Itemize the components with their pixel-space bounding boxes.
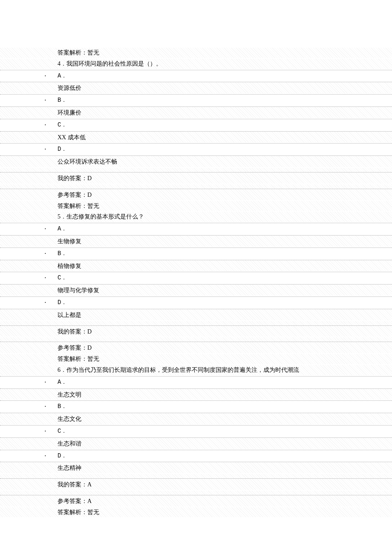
q6-my-answer: 我的答案：A bbox=[0, 480, 392, 490]
q4-option-d-letter-row: D． bbox=[0, 144, 392, 155]
q5-my-answer-block: 我的答案：D bbox=[0, 325, 392, 337]
q4-stem: 4．我国环境问题的社会性原因是（）。 bbox=[0, 59, 392, 69]
option-letter: D． bbox=[43, 298, 67, 308]
option-letter: B． bbox=[43, 402, 67, 412]
q5-option-b-text: 植物修复 bbox=[0, 261, 392, 271]
q5-option-c-text: 物理与化学修复 bbox=[0, 285, 392, 296]
q3-analysis: 答案解析：暂无 bbox=[0, 48, 392, 58]
q5-ref-answer: 参考答案：D bbox=[0, 343, 392, 353]
option-letter: A． bbox=[43, 377, 67, 388]
option-letter: D． bbox=[43, 144, 67, 155]
q4-option-c-text: XX 成本低 bbox=[0, 132, 392, 143]
option-letter: C． bbox=[43, 120, 67, 130]
q5-option-b-text-block: 植物修复 bbox=[0, 260, 392, 271]
q6-option-d-text-block: 生态精神 bbox=[0, 462, 392, 473]
q4-my-answer: 我的答案：D bbox=[0, 173, 392, 184]
q5-analysis-block: 答案解析：暂无 bbox=[0, 354, 392, 364]
q5-option-a-text: 生物修复 bbox=[0, 236, 392, 247]
q6-option-a-text-block: 生态文明 bbox=[0, 388, 392, 400]
q5-option-c-letter-row: C． bbox=[0, 273, 392, 283]
q4-analysis: 答案解析：暂无 bbox=[0, 201, 392, 211]
option-letter: A． bbox=[43, 224, 67, 234]
q6-analysis-block: 答案解析：暂无 bbox=[0, 507, 392, 518]
q5-ref-answer-block: 参考答案：D bbox=[0, 342, 392, 353]
q6-ref-answer-block: 参考答案：A bbox=[0, 495, 392, 506]
q5-option-d-text-block: 以上都是 bbox=[0, 309, 392, 320]
option-letter: D． bbox=[43, 451, 67, 461]
q6-stem: 6．作为当代乃至我们长期追求的目标，受到全世界不同制度国家的普遍关注，成为时代潮… bbox=[0, 365, 392, 375]
q5-option-a-text-block: 生物修复 bbox=[0, 235, 392, 247]
q6-option-c[interactable]: C． bbox=[0, 425, 392, 437]
q5-stem-block: 5．生态修复的基本形式是什么？ bbox=[0, 212, 392, 222]
q6-option-d-text: 生态精神 bbox=[0, 463, 392, 473]
q5-option-d-letter-row: D． bbox=[0, 298, 392, 308]
q4-option-a-text: 资源低价 bbox=[0, 83, 392, 93]
option-letter: C． bbox=[43, 426, 67, 437]
q4-ref-answer: 参考答案：D bbox=[0, 190, 392, 200]
q6-option-c-letter-row: C． bbox=[0, 426, 392, 437]
q4-ref-answer-block: 参考答案：D bbox=[0, 189, 392, 200]
option-letter: B． bbox=[43, 249, 67, 259]
q6-stem-block: 6．作为当代乃至我们长期追求的目标，受到全世界不同制度国家的普遍关注，成为时代潮… bbox=[0, 365, 392, 375]
q4-option-d[interactable]: D． bbox=[0, 143, 392, 155]
q6-option-d[interactable]: D． bbox=[0, 450, 392, 461]
q6-option-a-letter-row: A． bbox=[0, 377, 392, 388]
q4-option-d-text-block: 公众环境诉求表达不畅 bbox=[0, 155, 392, 167]
q6-my-answer-block: 我的答案：A bbox=[0, 478, 392, 490]
q6-option-b-text: 生态文化 bbox=[0, 414, 392, 424]
q5-stem: 5．生态修复的基本形式是什么？ bbox=[0, 212, 392, 222]
option-letter: A． bbox=[43, 71, 67, 81]
q4-option-b-text: 环境廉价 bbox=[0, 108, 392, 118]
q4-option-c-text-block: XX 成本低 bbox=[0, 131, 392, 143]
q6-option-c-text: 生态和谐 bbox=[0, 439, 392, 449]
q4-option-a-text-block: 资源低价 bbox=[0, 82, 392, 93]
q5-option-c[interactable]: C． bbox=[0, 272, 392, 283]
q4-option-d-text: 公众环境诉求表达不畅 bbox=[0, 157, 392, 167]
q6-analysis: 答案解析：暂无 bbox=[0, 507, 392, 518]
q4-stem-block: 4．我国环境问题的社会性原因是（）。 bbox=[0, 59, 392, 69]
q5-option-a[interactable]: A． bbox=[0, 223, 392, 234]
q4-analysis-block: 答案解析：暂无 bbox=[0, 201, 392, 211]
q4-option-a[interactable]: A． bbox=[0, 70, 392, 81]
q6-option-a-text: 生态文明 bbox=[0, 390, 392, 400]
q5-option-b[interactable]: B． bbox=[0, 247, 392, 259]
q5-analysis: 答案解析：暂无 bbox=[0, 354, 392, 364]
q5-option-b-letter-row: B． bbox=[0, 249, 392, 259]
q4-option-c[interactable]: C． bbox=[0, 119, 392, 130]
q6-option-b-text-block: 生态文化 bbox=[0, 413, 392, 424]
q6-option-c-text-block: 生态和谐 bbox=[0, 437, 392, 449]
q6-ref-answer: 参考答案：A bbox=[0, 496, 392, 506]
q3-analysis-block: 答案解析：暂无 bbox=[0, 48, 392, 58]
option-letter: C． bbox=[43, 273, 67, 283]
q5-option-d-text: 以上都是 bbox=[0, 310, 392, 320]
q4-option-b-text-block: 环境廉价 bbox=[0, 106, 392, 118]
q4-option-b-letter-row: B． bbox=[0, 95, 392, 106]
q5-option-a-letter-row: A． bbox=[0, 224, 392, 234]
page-content: 答案解析：暂无 4．我国环境问题的社会性原因是（）。 A． 资源低价 B． 环境… bbox=[0, 0, 392, 517]
q4-option-c-letter-row: C． bbox=[0, 120, 392, 130]
q6-option-b[interactable]: B． bbox=[0, 400, 392, 412]
q4-option-b[interactable]: B． bbox=[0, 94, 392, 106]
q5-my-answer: 我的答案：D bbox=[0, 327, 392, 337]
q4-option-a-letter-row: A． bbox=[0, 71, 392, 81]
q5-option-c-text-block: 物理与化学修复 bbox=[0, 284, 392, 296]
option-letter: B． bbox=[43, 95, 67, 106]
q6-option-a[interactable]: A． bbox=[0, 376, 392, 388]
q4-my-answer-block: 我的答案：D bbox=[0, 172, 392, 184]
q6-option-d-letter-row: D． bbox=[0, 451, 392, 461]
q5-option-d[interactable]: D． bbox=[0, 296, 392, 308]
q6-option-b-letter-row: B． bbox=[0, 402, 392, 412]
